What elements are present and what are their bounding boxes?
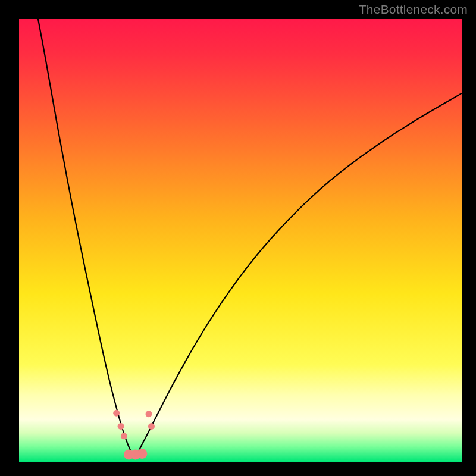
bottleneck-chart [0,0,476,476]
marker-point [113,410,120,416]
marker-point [121,433,127,439]
plot-background [19,19,462,462]
watermark-text: TheBottleneck.com [359,2,468,17]
marker-point [145,411,152,417]
marker-point [118,423,124,430]
marker-point [137,449,147,459]
marker-point [148,423,155,430]
chart-frame: TheBottleneck.com [0,0,476,476]
